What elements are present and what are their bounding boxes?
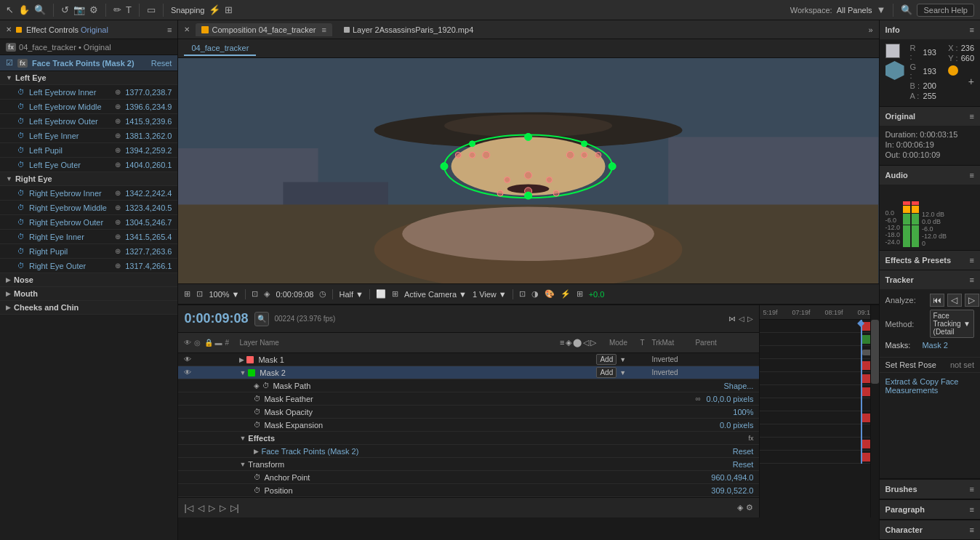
stopwatch-icon[interactable]: ⏱ (17, 88, 26, 96)
mask-path-value[interactable]: Shape... (723, 382, 753, 390)
tl-nav-play[interactable]: ▷ (747, 315, 753, 323)
tl-icon-2[interactable]: ◈ (566, 338, 571, 347)
fit-button[interactable]: ⊡ (252, 289, 258, 299)
fast-preview-button[interactable]: ⚡ (561, 289, 571, 299)
stopwatch-icon[interactable]: ⏱ (17, 102, 26, 110)
original-menu[interactable]: ≡ (970, 112, 974, 121)
mask-feather-value[interactable]: 0.0,0.0 pixels (707, 395, 754, 403)
position-value[interactable]: 309.0,522.0 (711, 486, 753, 495)
mode-arrow-mask1[interactable]: ▼ (619, 356, 626, 363)
face-track-reset[interactable]: Reset (733, 447, 754, 456)
layer-row-effects[interactable]: ▼ Effects fx (178, 432, 759, 445)
view-options-button[interactable]: ⊞ (392, 289, 398, 299)
fps-button[interactable]: ◷ (319, 289, 326, 299)
tracker-rest-pose-value[interactable]: not set (950, 360, 974, 369)
tl-icon-3[interactable]: ⬤ (573, 338, 582, 347)
crosshair-icon[interactable]: ⊕ (115, 102, 121, 110)
audio-menu[interactable]: ≡ (970, 171, 974, 180)
effects-arrow[interactable]: ▼ (239, 435, 246, 442)
settings-icon[interactable]: ⚙ (89, 4, 98, 15)
stopwatch-icon[interactable]: ⏱ (17, 233, 26, 241)
stopwatch-icon[interactable]: ⏱ (17, 203, 26, 211)
tl-timecode[interactable]: 0:00:09:08 (184, 311, 248, 326)
group-right-eye[interactable]: ▼ Right Eye (0, 172, 177, 186)
mask-button[interactable]: ◈ (264, 289, 270, 299)
crosshair-icon[interactable]: ⊕ (115, 203, 121, 211)
mode-btn-mask1[interactable]: Add (596, 354, 616, 365)
tracker-menu[interactable]: ≡ (970, 275, 974, 284)
group-cheeks[interactable]: ▶ Cheeks and Chin (0, 301, 177, 315)
comp-close-button[interactable]: ✕ (184, 25, 190, 33)
tracker-btn-prev-prev[interactable]: ⏮ (930, 294, 944, 307)
tl-nav-start[interactable]: |◁ (184, 503, 193, 513)
mask-opacity-value[interactable]: 100% (733, 408, 753, 416)
param-value[interactable]: 1377.0,238.7 (125, 88, 172, 97)
search-icon[interactable]: 🔍 (901, 4, 912, 15)
grid-button[interactable]: ⊞ (184, 289, 190, 299)
param-name[interactable]: Right Eyebrow Middle (29, 203, 115, 212)
tl-icon-5[interactable]: ▷ (590, 338, 596, 347)
snapping-icon[interactable]: ⚡ (209, 4, 220, 15)
effect-checkbox[interactable]: ☑ (6, 58, 13, 68)
tracker-btn-prev[interactable]: ◁ (947, 294, 962, 307)
layer-eye-mask2[interactable]: 👁 (184, 368, 194, 376)
layer-row-mask-path[interactable]: ◈ ⏱ Mask Path Shape... (178, 379, 759, 392)
param-name[interactable]: Left Eye Inner (29, 132, 115, 140)
tl-icon-4[interactable]: ◁ (583, 338, 589, 347)
tl-nav-prev[interactable]: ◁ (739, 315, 744, 323)
camera-dropdown[interactable]: Active Camera ▼ (404, 290, 467, 299)
layer-arrow-mask2[interactable]: ▼ (239, 369, 246, 376)
arrow-tool-icon[interactable]: ↖ (6, 4, 14, 15)
tl-nav-frame-fwd[interactable]: ▷ (220, 503, 226, 513)
tl-search-button[interactable]: 🔍 (254, 312, 269, 326)
zoom-dropdown[interactable]: 100% ▼ (209, 290, 239, 299)
shape-tool-icon[interactable]: ▭ (147, 4, 156, 15)
crosshair-icon[interactable]: ⊕ (115, 218, 121, 226)
character-menu[interactable]: ≡ (970, 525, 974, 534)
crosshair-icon[interactable]: ⊕ (115, 146, 121, 154)
crosshair-icon[interactable]: ⊕ (115, 233, 121, 241)
group-nose[interactable]: ▶ Nose (0, 273, 177, 287)
comp-subtab-face-tracker[interactable]: 04_face_tracker (184, 41, 256, 56)
crosshair-icon[interactable]: ⊕ (115, 247, 121, 255)
channels-button[interactable]: ⊡ (196, 289, 203, 299)
layer-row-mask-expansion[interactable]: ⏱ Mask Expansion 0.0 pixels (178, 419, 759, 432)
tracker-extract-copy[interactable]: Extract & Copy Face Measurements (880, 372, 980, 399)
search-help[interactable]: Search Help (917, 4, 974, 17)
mask-expansion-value[interactable]: 0.0 pixels (720, 421, 753, 430)
layer-row-mask1[interactable]: 👁 ▶ Mask 1 Add (178, 353, 759, 366)
color-manage-button[interactable]: 🎨 (545, 289, 555, 299)
camera-icon[interactable]: 📷 (73, 4, 85, 15)
layer-row-transform[interactable]: ▼ Transform Reset (178, 458, 759, 471)
tracker-btn-next[interactable]: ▷ (965, 294, 979, 307)
paragraph-menu[interactable]: ≡ (970, 505, 974, 514)
render-button[interactable]: ⊡ (519, 289, 526, 299)
crosshair-icon[interactable]: ⊕ (115, 132, 121, 140)
param-value[interactable]: 1304.5,246.7 (125, 218, 172, 227)
layer-arrow-mask1[interactable]: ▶ (239, 356, 244, 363)
3d-button[interactable]: ⬜ (376, 289, 386, 299)
layer-tab[interactable]: Layer 2AssassinsParis_1920.mp4 (344, 25, 473, 34)
param-value[interactable]: 1404.0,260.1 (125, 161, 172, 169)
tl-scrollbar[interactable] (870, 305, 879, 517)
tl-scrollbar-thumb[interactable] (871, 320, 879, 384)
crosshair-icon[interactable]: ⊕ (115, 189, 121, 197)
param-name[interactable]: Right Eyebrow Inner (29, 189, 115, 198)
transparency-button[interactable]: ⊞ (577, 289, 583, 299)
layer-row-mask-feather[interactable]: ⏱ Mask Feather ∞ 0.0,0.0 pixels (178, 392, 759, 406)
layer-row-position[interactable]: ⏱ Position 309.0,522.0 (178, 484, 759, 497)
stopwatch-icon[interactable]: ⏱ (17, 262, 26, 270)
param-name[interactable]: Left Eyebrow Outer (29, 117, 115, 126)
param-name[interactable]: Right Eyebrow Outer (29, 218, 115, 227)
tracker-method-dropdown[interactable]: Face Tracking (Detail ▼ (930, 310, 974, 338)
param-value[interactable]: 1394.2,259.2 (125, 146, 172, 155)
stopwatch-icon[interactable]: ⏱ (17, 132, 26, 140)
tl-play-button[interactable]: ▷ (209, 503, 215, 513)
hand-tool-icon[interactable]: ✋ (18, 4, 30, 15)
resolution-dropdown[interactable]: Half ▼ (339, 290, 363, 299)
face-track-arrow[interactable]: ▶ (254, 448, 259, 455)
brushes-menu[interactable]: ≡ (970, 485, 974, 493)
param-name[interactable]: Right Pupil (29, 247, 115, 256)
crosshair-icon[interactable]: ⊕ (115, 161, 121, 169)
stopwatch-icon[interactable]: ⏱ (17, 161, 26, 169)
